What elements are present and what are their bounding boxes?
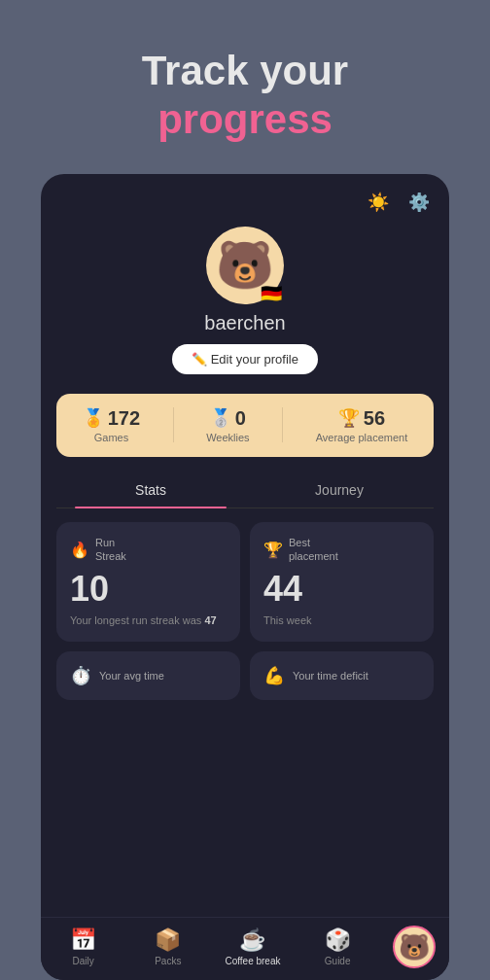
tab-stats[interactable]: Stats [56, 472, 245, 508]
weeklies-value: 0 [235, 407, 246, 430]
placement-label: Average placement [316, 432, 408, 443]
run-streak-sub: Your longest run streak was 47 [70, 613, 227, 627]
header-line1: Track your [19, 47, 471, 95]
time-deficit-card: 💪 Your time deficit [250, 651, 434, 700]
best-placement-card: 🏆 Bestplacement 44 This week [250, 522, 434, 642]
avatar: 🐻 🇩🇪 [206, 227, 284, 304]
time-deficit-label: Your time deficit [293, 669, 368, 682]
run-streak-title: RunStreak [95, 536, 126, 564]
flag-emoji: 🇩🇪 [261, 285, 282, 302]
best-placement-title: Bestplacement [289, 536, 338, 564]
profile-section: 🐻 🇩🇪 baerchen ✏️ Edit your profile [41, 217, 449, 394]
top-bar: ☀️ ⚙️ [41, 174, 449, 217]
placement-stat: 🏆 56 Average placement [316, 407, 408, 443]
divider1 [173, 407, 174, 442]
header-line2: progress [19, 95, 471, 144]
packs-label: Packs [155, 956, 181, 966]
guide-icon: 🎲 [325, 928, 351, 953]
run-streak-icon: 🔥 [70, 541, 89, 559]
packs-icon: 📦 [155, 928, 181, 953]
games-stat: 🏅 172 Games [83, 407, 140, 443]
best-placement-value: 44 [263, 569, 420, 610]
games-icon: 🏅 [83, 407, 104, 429]
bottom-stat-row: ⏱️ Your avg time 💪 Your time deficit [56, 651, 434, 700]
stat-cards: 🔥 RunStreak 10 Your longest run streak w… [56, 522, 434, 642]
avg-time-label: Your avg time [99, 669, 164, 682]
daily-icon: 📅 [70, 928, 96, 953]
guide-label: Guide [325, 956, 351, 966]
header-section: Track your progress [0, 0, 490, 174]
stats-bar: 🏅 172 Games 🥈 0 Weeklies 🏆 56 Average pl… [56, 394, 434, 457]
sun-icon[interactable]: ☀️ [364, 188, 393, 217]
username: baerchen [204, 312, 285, 334]
daily-label: Daily [72, 956, 93, 966]
edit-profile-button[interactable]: ✏️ Edit your profile [172, 344, 318, 374]
weeklies-icon: 🥈 [210, 407, 231, 429]
run-streak-value: 10 [70, 569, 227, 610]
bottom-nav: 📅 Daily 📦 Packs ☕ Coffee break 🎲 Guide 🐻 [41, 917, 449, 980]
placement-icon: 🏆 [338, 407, 360, 429]
weeklies-label: Weeklies [206, 432, 249, 443]
gear-icon[interactable]: ⚙️ [404, 188, 434, 217]
run-streak-card: 🔥 RunStreak 10 Your longest run streak w… [56, 522, 240, 642]
nav-guide[interactable]: 🎲 Guide [308, 928, 367, 966]
coffee-icon: ☕ [239, 928, 265, 953]
games-value: 172 [108, 407, 140, 430]
tabs: Stats Journey [56, 472, 434, 508]
nav-coffee[interactable]: ☕ Coffee break [224, 928, 282, 966]
coffee-label: Coffee break [225, 956, 280, 966]
tab-journey[interactable]: Journey [245, 472, 434, 508]
best-placement-icon: 🏆 [263, 541, 283, 559]
divider2 [282, 407, 283, 442]
time-deficit-icon: 💪 [263, 665, 285, 686]
games-label: Games [94, 432, 128, 443]
weeklies-stat: 🥈 0 Weeklies [206, 407, 249, 443]
nav-avatar-button[interactable]: 🐻 [393, 926, 436, 968]
best-placement-sub: This week [263, 613, 420, 627]
nav-daily[interactable]: 📅 Daily [54, 928, 113, 966]
avg-time-icon: ⏱️ [70, 665, 91, 686]
main-card: ☀️ ⚙️ 🐻 🇩🇪 baerchen ✏️ Edit your profile… [41, 174, 449, 980]
avg-time-card: ⏱️ Your avg time [56, 651, 240, 700]
nav-packs[interactable]: 📦 Packs [139, 928, 197, 966]
placement-value: 56 [364, 407, 385, 430]
